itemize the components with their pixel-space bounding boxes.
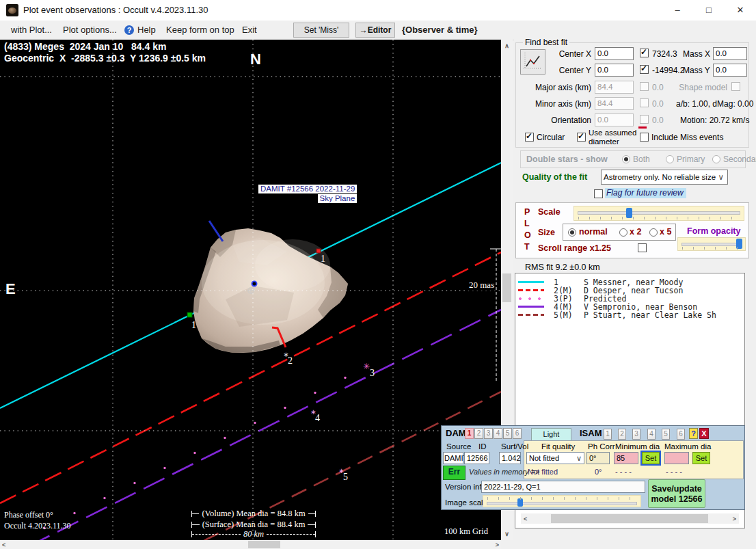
scroll-range-checkbox[interactable]	[638, 243, 647, 252]
size-x2-radio[interactable]	[619, 228, 627, 237]
center-y-input[interactable]: 0.0	[595, 64, 634, 77]
save-update-button[interactable]: Save/update model 12566	[648, 479, 705, 508]
menu-bar: with Plot... Plot options... ? Help Keep…	[0, 21, 756, 40]
orientation-input[interactable]: 0.0	[595, 113, 634, 126]
image-scale-slider[interactable]	[483, 495, 641, 507]
double-stars-title: Double stars - show	[526, 155, 608, 164]
version-info-field[interactable]: 2022-11-29, Q=1	[481, 481, 645, 493]
damit-help-button[interactable]: ?	[689, 428, 698, 439]
form-opacity-slider[interactable]	[677, 237, 746, 251]
mass-x-input[interactable]: 0.0	[713, 47, 747, 60]
east-label: E	[5, 280, 16, 298]
plot-canvas: 1 1 2 3 4 5 ∗ ✳ ∗ ∗	[0, 40, 501, 540]
scale-slider[interactable]	[573, 206, 744, 221]
menu-with-plot[interactable]: with Plot...	[11, 25, 52, 35]
damit-model-5[interactable]: 5	[503, 428, 512, 439]
damit-panel: DAMIT 1 2 3 4 5 6 Light curves ISAM 1 2 …	[441, 425, 745, 510]
circular-checkbox[interactable]	[525, 133, 534, 142]
major-axis-input[interactable]: 84.4	[595, 81, 634, 94]
minor-axis-label: Minor axis (km)	[528, 99, 591, 109]
observer-time-label: {Observer & time}	[402, 25, 478, 35]
max-dia-field[interactable]	[664, 452, 689, 464]
damit-model-1[interactable]: 1	[465, 428, 474, 439]
use-assumed-checkbox[interactable]	[577, 133, 586, 142]
maximize-button[interactable]: □	[693, 0, 725, 21]
save-line2: model 12566	[649, 494, 705, 505]
list-scroll-right[interactable]: >	[733, 515, 736, 522]
id-field[interactable]: 12566	[464, 452, 489, 464]
list-horizontal-scrollbar[interactable]: < >	[521, 513, 739, 524]
both-radio[interactable]	[622, 155, 630, 163]
size-normal-radio[interactable]	[568, 228, 576, 237]
damit-model-4[interactable]: 4	[494, 428, 502, 439]
size-x2-label: x 2	[630, 227, 641, 237]
minimize-button[interactable]: –	[662, 0, 693, 21]
isam-title: ISAM	[580, 428, 602, 438]
form-opacity-label: Form opacity	[687, 226, 741, 236]
center-x-input[interactable]: 0.0	[595, 47, 634, 60]
isam-model-1[interactable]: 1	[604, 429, 612, 440]
min-dia-field[interactable]: 85	[614, 452, 638, 464]
isam-model-2[interactable]: 2	[618, 429, 626, 440]
mass-y-input[interactable]: 0.0	[713, 64, 747, 77]
isam-model-3[interactable]: 3	[632, 429, 640, 440]
size-x5-radio[interactable]	[649, 228, 658, 237]
menu-plot-options[interactable]: Plot options...	[63, 25, 117, 35]
menu-exit[interactable]: Exit	[242, 25, 257, 35]
help-icon[interactable]: ?	[124, 25, 134, 35]
legend-line-3	[518, 297, 544, 300]
fit-x-checkbox[interactable]	[640, 49, 649, 57]
plot-horizontal-scrollbar[interactable]: < >	[0, 540, 501, 549]
scroll-range-label: Scroll range x1.25	[538, 243, 611, 253]
set-max-button[interactable]: Set	[692, 452, 710, 464]
source-field[interactable]: DAMIT	[443, 452, 463, 464]
set-miss-times-button[interactable]: Set 'Miss' Times	[293, 23, 349, 38]
editor-button[interactable]: →Editor	[355, 23, 395, 38]
fit-quality-select[interactable]: Not fitted ∨	[526, 452, 584, 464]
double-stars-group: Double stars - show Both Primary Seconda…	[520, 150, 746, 168]
fit-major-checkbox[interactable]	[640, 82, 649, 91]
legend-line-2	[518, 289, 544, 291]
scroll-right-arrow[interactable]: >	[496, 541, 499, 548]
primary-radio[interactable]	[666, 155, 674, 163]
vertical-scroll-thumb[interactable]	[502, 273, 511, 302]
list-scroll-thumb[interactable]	[551, 514, 708, 523]
damit-model-2[interactable]: 2	[474, 428, 483, 439]
horizontal-scroll-thumb[interactable]	[248, 541, 280, 548]
ph-corr-field[interactable]: 0°	[586, 452, 610, 464]
include-miss-checkbox[interactable]	[640, 133, 649, 142]
close-button[interactable]: ✕	[725, 0, 756, 21]
set-min-button[interactable]: Set	[642, 452, 660, 464]
rms-fit-label: RMS fit 9.2 ±0.0 km	[525, 263, 600, 272]
secondary-radio[interactable]	[712, 155, 720, 163]
list-scroll-left[interactable]: <	[524, 515, 527, 522]
quality-select[interactable]: Astrometry only. No reliable size ∨	[601, 170, 728, 185]
damit-close-button[interactable]: X	[699, 428, 709, 439]
menu-help[interactable]: Help	[137, 25, 156, 35]
damit-model-6[interactable]: 6	[513, 428, 522, 439]
err-button[interactable]: Err	[443, 466, 465, 480]
spin-axis	[209, 221, 223, 241]
isam-model-4[interactable]: 4	[647, 429, 656, 440]
shape-model-checkbox[interactable]	[731, 82, 740, 91]
isam-model-6[interactable]: 6	[677, 429, 685, 440]
scroll-left-arrow[interactable]: <	[2, 541, 5, 548]
flag-review-checkbox[interactable]	[594, 189, 603, 198]
surfvol-field[interactable]: 1.042	[499, 452, 521, 464]
menu-keep-on-top[interactable]: Keep form on top	[166, 25, 234, 35]
fit-y-checkbox[interactable]	[640, 65, 649, 74]
minor-axis-input[interactable]: 84.4	[595, 97, 634, 110]
circular-label: Circular	[537, 133, 565, 142]
light-curves-button[interactable]: Light curves	[531, 428, 571, 441]
scroll-up-arrow[interactable]: ∧	[501, 42, 513, 49]
use-assumed-label: Use assumed diameter	[589, 129, 639, 146]
scroll-down-arrow[interactable]: ∨	[501, 531, 513, 537]
isam-model-5[interactable]: 5	[662, 429, 670, 440]
quality-label: Quality of the fit	[522, 172, 587, 182]
plot-vertical-letters: P L O T	[524, 206, 531, 253]
fit-minor-checkbox[interactable]	[640, 98, 649, 107]
version-info-label: Version info	[445, 483, 486, 491]
chord1-end-marker	[316, 249, 321, 253]
fit-orientation-checkbox[interactable]	[640, 115, 649, 124]
damit-model-3[interactable]: 3	[484, 428, 493, 439]
